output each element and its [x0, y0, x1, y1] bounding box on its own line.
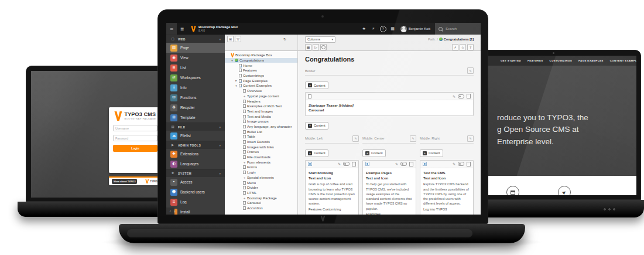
- tree-node[interactable]: Images with links: [225, 144, 297, 149]
- username-field[interactable]: [113, 125, 157, 131]
- module-menu-entry[interactable]: Extensions Extensions ▾: [166, 149, 225, 159]
- module-menu-entry[interactable]: Filelist Filelist ▾: [166, 131, 225, 141]
- password-field[interactable]: [113, 135, 157, 141]
- module-menu-entry[interactable]: Log Log ▾: [166, 197, 225, 207]
- tree-node[interactable]: Text and Images: [225, 109, 297, 114]
- tree-node[interactable]: Headers: [225, 98, 297, 104]
- tree-node[interactable]: Special elements: [225, 175, 297, 181]
- filter-icon[interactable]: ▽: [235, 36, 241, 42]
- new-page-icon[interactable]: ⊞: [227, 36, 234, 42]
- content-element-card[interactable]: Start browsing Text and Icon Grab a cup …: [305, 160, 359, 215]
- trash-icon[interactable]: [409, 162, 413, 166]
- tree-node[interactable]: Insert Records: [225, 140, 297, 145]
- user-avatar[interactable]: [400, 26, 407, 32]
- tree-node[interactable]: Bullet List: [225, 129, 297, 134]
- edit-section-icon[interactable]: [352, 135, 359, 142]
- trash-icon[interactable]: [352, 162, 356, 166]
- tree-node[interactable]: Bootstrap Package Box: [225, 53, 297, 58]
- tree-node[interactable]: Image groups: [225, 119, 297, 124]
- tree-node[interactable]: Frames: [225, 149, 297, 155]
- bookmark-star-icon[interactable]: ★: [359, 26, 369, 31]
- module-menu-entry[interactable]: FILE FILE ▾: [166, 123, 225, 131]
- page-view-icon[interactable]: ▷: [313, 44, 319, 50]
- module-menu-entry[interactable]: Info Info ▾: [166, 83, 225, 93]
- search-button-icon[interactable]: [320, 44, 327, 50]
- add-content-button[interactable]: Content: [305, 149, 328, 157]
- content-element-card[interactable]: Startpage Teaser [Hidden] Carousel: [305, 92, 474, 116]
- help-button-icon[interactable]: ?: [467, 44, 474, 50]
- module-menu-entry[interactable]: Functions Functions ▾: [166, 93, 225, 103]
- layout-view-icon[interactable]: ▦: [305, 44, 311, 50]
- site-nav-item[interactable]: FEATURES: [527, 59, 543, 62]
- tree-node[interactable]: Login: [225, 170, 297, 175]
- tree-node[interactable]: HTML: [225, 191, 297, 196]
- trash-icon[interactable]: [467, 94, 471, 98]
- module-menu-entry[interactable]: Backend users Backend users ▾: [166, 187, 225, 197]
- tree-node[interactable]: Overview: [225, 89, 297, 94]
- module-menu-entry[interactable]: ADMIN TOOLS ADMIN TOOLS ▾: [166, 141, 225, 149]
- menu-icon[interactable]: ≡: [166, 23, 177, 35]
- tree-node[interactable]: Accordion: [225, 206, 297, 211]
- tree-node[interactable]: Carousel: [225, 200, 297, 206]
- module-menu-entry[interactable]: Workspaces Workspaces ▾: [166, 73, 225, 83]
- tree-node[interactable]: Congratulations: [225, 58, 297, 63]
- site-nav-item[interactable]: PAGE EXAMPLES: [578, 59, 604, 62]
- tree-node[interactable]: Customizings: [225, 73, 297, 79]
- tree-node[interactable]: Form elements: [225, 159, 297, 165]
- add-content-button[interactable]: Content: [362, 149, 386, 157]
- help-icon[interactable]: ?: [380, 26, 386, 32]
- columns-select[interactable]: Columns ▾: [305, 36, 335, 43]
- card-links[interactable]: Features Customizing: [309, 208, 355, 212]
- search-input[interactable]: [444, 26, 477, 31]
- visibility-toggle-icon[interactable]: [400, 162, 407, 166]
- cache-bolt-icon[interactable]: ⚡: [452, 44, 458, 50]
- edit-section-icon[interactable]: [467, 135, 474, 142]
- tree-node[interactable]: Forms: [225, 165, 297, 170]
- visibility-toggle-icon[interactable]: [458, 162, 464, 166]
- tree-expander-icon[interactable]: [235, 84, 238, 87]
- card-links[interactable]: Log into TYPO3: [423, 208, 470, 212]
- edit-section-icon[interactable]: [410, 135, 416, 142]
- module-menu-entry[interactable]: Recycler Recycler ▾: [166, 103, 225, 113]
- tree-node[interactable]: Table: [225, 134, 297, 140]
- add-content-button[interactable]: Content: [305, 122, 328, 130]
- edit-pencil-icon[interactable]: [453, 162, 455, 166]
- content-element-card[interactable]: Example Pages Text and Icon To help get …: [362, 160, 416, 215]
- module-menu-entry[interactable]: Template Template ▾: [166, 113, 225, 123]
- modules-grid-icon[interactable]: ▦: [388, 26, 398, 31]
- more-about-typo3-button[interactable]: More about TYPO3: [112, 179, 137, 184]
- login-button[interactable]: Login: [113, 145, 157, 152]
- tree-node[interactable]: Menu: [225, 180, 297, 185]
- module-menu-entry[interactable]: SYSTEM SYSTEM ▾: [166, 169, 225, 177]
- module-menu-entry[interactable]: View View ▾: [166, 53, 225, 63]
- module-menu-entry[interactable]: Languages Languages ▾: [166, 159, 225, 169]
- tree-node[interactable]: File downloads: [225, 155, 297, 160]
- tree-node[interactable]: Divider: [225, 185, 297, 191]
- add-content-button[interactable]: Content: [305, 81, 328, 89]
- edit-pencil-icon[interactable]: [338, 162, 341, 166]
- clear-cache-bolt-icon[interactable]: ⚡: [369, 26, 378, 31]
- add-content-button[interactable]: Content: [420, 149, 443, 157]
- site-nav-item[interactable]: GET STARTED: [501, 59, 521, 62]
- tree-expander-icon[interactable]: [235, 79, 238, 82]
- tree-node[interactable]: Any language, any character: [225, 124, 297, 130]
- module-menu-entry[interactable]: WEB WEB ▾: [166, 35, 225, 43]
- module-menu-entry[interactable]: Page Page ▾: [166, 43, 225, 53]
- tree-node[interactable]: Text and Media: [225, 114, 297, 119]
- refresh-icon[interactable]: ↻: [282, 36, 288, 42]
- edit-pencil-icon[interactable]: [395, 162, 398, 166]
- trash-icon[interactable]: [467, 162, 471, 166]
- tree-node[interactable]: Features: [225, 68, 297, 73]
- site-nav-item[interactable]: CONTENT EXAMPLES: [610, 59, 636, 62]
- tree-node[interactable]: Examples of Rich Text: [225, 104, 297, 109]
- visibility-toggle-icon[interactable]: [458, 94, 464, 98]
- visibility-toggle-icon[interactable]: [343, 162, 350, 166]
- user-name[interactable]: Benjamin Kott: [409, 27, 430, 30]
- tree-expander-icon[interactable]: [231, 59, 234, 62]
- tree-node[interactable]: Bootstrap Package: [225, 195, 297, 200]
- content-element-card[interactable]: Test the CMS Text and Icon Explore TYPO3…: [420, 160, 474, 215]
- tree-node[interactable]: Typical page content: [225, 94, 297, 99]
- tree-toggle-icon[interactable]: ≣: [177, 23, 187, 35]
- edit-section-icon[interactable]: [467, 67, 474, 74]
- tree-node[interactable]: Content Examples: [225, 83, 297, 89]
